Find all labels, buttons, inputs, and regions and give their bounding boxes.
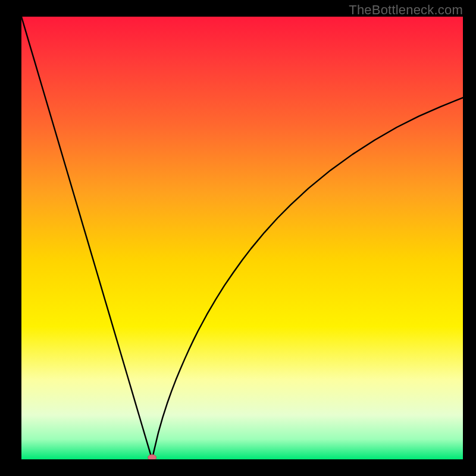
watermark-text: TheBottleneck.com: [349, 2, 463, 18]
chart-background: [21, 17, 463, 459]
minimum-marker: [148, 455, 156, 459]
bottleneck-chart: [21, 17, 463, 459]
chart-frame: [21, 17, 463, 459]
